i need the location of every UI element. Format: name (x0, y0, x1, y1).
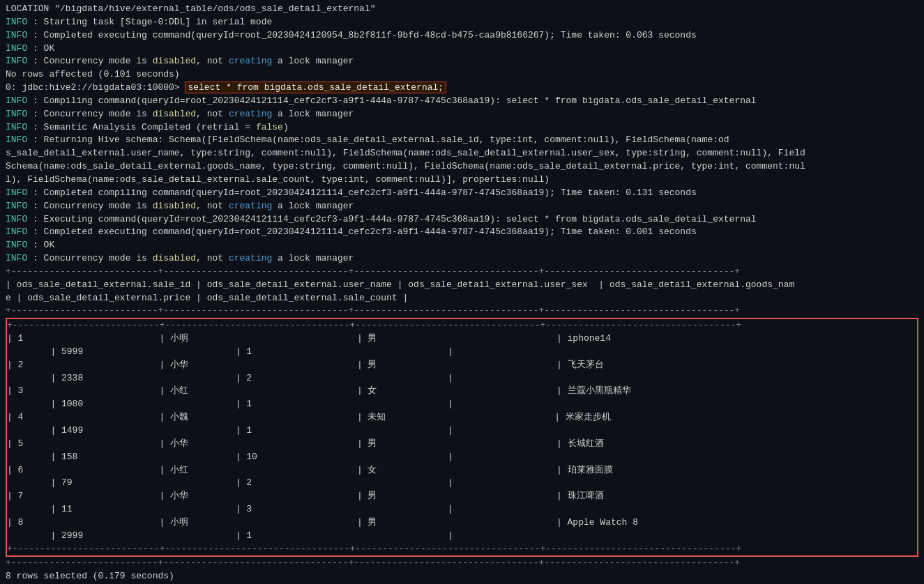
log-line-18: INFO : Concurrency mode is disabled, not… (6, 252, 918, 266)
table-row-3-line2: | 1080 | 1 | (7, 398, 917, 411)
table-row-1-line1: | 1 | 小明 | 男 | iphone14 (7, 332, 917, 346)
table-row-6-line1: | 6 | 小红 | 女 | 珀莱雅面膜 (7, 464, 917, 477)
log-line-5: No rows affected (0.101 seconds) (6, 68, 918, 82)
log-line-location: LOCATION "/bigdata/hive/external_table/o… (6, 3, 918, 16)
prompt-sql-line: 0: jdbc:hive2://bigdata03:10000> select … (6, 82, 918, 95)
log-line-12: l), FieldSchema(name:ods_sale_detail_ext… (6, 174, 918, 187)
log-line-11: Schema(name:ods_sale_detail_external.goo… (6, 160, 918, 174)
table-row-2-line1: | 2 | 小华 | 男 | 飞天茅台 (7, 359, 917, 372)
table-row-8-line1: | 8 | 小明 | 男 | Apple Watch 8 (7, 516, 917, 530)
table-header-2: e | ods_sale_detail_external.price | ods… (6, 292, 918, 305)
table-row-4-line1: | 4 | 小魏 | 未知 | 米家走步机 (7, 411, 917, 424)
log-line-4: INFO : Concurrency mode is disabled, not… (6, 55, 918, 68)
log-line-6: INFO : Compiling command(queryId=root_20… (6, 95, 918, 108)
log-line-1: INFO : Starting task [Stage-0:DDL] in se… (6, 16, 918, 29)
terminal: LOCATION "/bigdata/hive/external_table/o… (0, 0, 924, 584)
table-row-3-line1: | 3 | 小红 | 女 | 兰蔻小黑瓶精华 (7, 385, 917, 398)
log-line-8: INFO : Semantic Analysis Completed (retr… (6, 121, 918, 135)
log-line-14: INFO : Concurrency mode is disabled, not… (6, 200, 918, 213)
log-line-7: INFO : Concurrency mode is disabled, not… (6, 108, 918, 121)
table-divider-bottom: +---------------------------+-----------… (6, 557, 918, 570)
log-line-15: INFO : Executing command(queryId=root_20… (6, 213, 918, 226)
log-line-3: INFO : OK (6, 43, 918, 56)
table-row-7-line1: | 7 | 小华 | 男 | 珠江啤酒 (7, 490, 917, 503)
summary-line: 8 rows selected (0.179 seconds) (6, 570, 918, 583)
log-line-10: s_sale_detail_external.user_name, type:s… (6, 147, 918, 160)
table-row-5-line2: | 158 | 10 | (7, 451, 917, 464)
table-row-2-line2: | 2338 | 2 | (7, 372, 917, 385)
log-line-13: INFO : Completed compiling command(query… (6, 187, 918, 200)
log-line-17: INFO : OK (6, 239, 918, 252)
table-divider-header-bottom: +---------------------------+-----------… (6, 305, 918, 318)
table-row-6-line2: | 79 | 2 | (7, 477, 917, 490)
log-line-9: INFO : Returning Hive schema: Schema([Fi… (6, 134, 918, 147)
table-row-inner-divider-bottom: +---------------------------+-----------… (7, 543, 917, 556)
table-row-inner-divider-top: +---------------------------+-----------… (7, 319, 917, 332)
table-divider-top: +---------------------------+-----------… (6, 266, 918, 279)
table-row-5-line1: | 5 | 小华 | 男 | 长城红酒 (7, 438, 917, 451)
table-row-8-line2: | 2999 | 1 | (7, 530, 917, 543)
table-row-7-line2: | 11 | 3 | (7, 503, 917, 516)
log-line-2: INFO : Completed executing command(query… (6, 29, 918, 43)
table-row-4-line2: | 1499 | 1 | (7, 424, 917, 438)
data-table-box: +---------------------------+-----------… (6, 318, 918, 557)
log-line-16: INFO : Completed executing command(query… (6, 226, 918, 239)
table-header-1: | ods_sale_detail_external.sale_id | ods… (6, 279, 918, 292)
table-row-1-line2: | 5999 | 1 | (7, 346, 917, 359)
